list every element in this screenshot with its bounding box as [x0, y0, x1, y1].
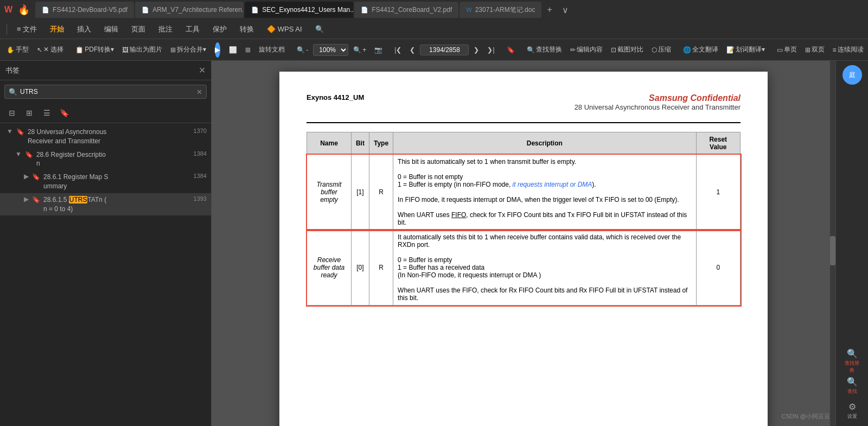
continuous-icon: ≡ [833, 46, 837, 54]
compress-button[interactable]: ⬡ 压缩 [648, 43, 674, 56]
full-translate-button[interactable]: 🌐 全文翻译 [680, 43, 722, 56]
find-replace-panel-icon: 🔍 [847, 348, 858, 359]
table-header-row: Name Bit Type Description Reset Value [307, 132, 741, 155]
last-page-button[interactable]: ❯| [484, 44, 497, 55]
export-icon: 🖼 [122, 46, 129, 54]
menu-comment[interactable]: 批注 [153, 22, 178, 36]
menu-protect[interactable]: 保护 [207, 22, 232, 36]
tab-fs4412-devboard[interactable]: 📄 FS4412-DevBoard-V5.pdf [35, 2, 134, 18]
tab-arm-notes[interactable]: W 23071-ARM笔记.doc [459, 2, 541, 18]
page-number: 1370 [194, 128, 207, 134]
pdf-viewer[interactable]: Exynos 4412_UM Samsung Confidential 28 U… [212, 61, 835, 426]
tab-sec-exynos[interactable]: 📄 SEC_Exynos4412_Users Man... ✕ [245, 2, 353, 18]
pdf-convert-button[interactable]: 📋 PDF转换▾ [72, 43, 117, 56]
bookmark-item-register-map[interactable]: ▶ 🔖 28.6.1 Register Map Summary 1384 [0, 170, 211, 193]
play-button[interactable]: ▶ [215, 42, 220, 58]
continuous-button[interactable]: ≡ 连续阅读 [829, 43, 867, 56]
settings-panel-label: 设置 [847, 413, 857, 420]
vertical-scrollbar[interactable] [830, 61, 835, 426]
select-tool-button[interactable]: ↖ ✕ 选择 [34, 43, 67, 56]
pdf-page-header-right: Samsung Confidential 28 Universal Asynch… [575, 93, 741, 111]
pdf-page: Exynos 4412_UM Samsung Confidential 28 U… [279, 72, 768, 426]
menu-wps-ai[interactable]: 🔶 WPS AI [261, 23, 307, 35]
edit-content-button[interactable]: ✏ 编辑内容 [567, 43, 606, 56]
toolbar: ✋ 手型 ↖ ✕ 选择 📋 PDF转换▾ 🖼 输出为图片 ⊞ 拆分合并▾ ▶ ⬜… [0, 39, 868, 61]
find-replace-panel-button[interactable]: 🔍 查找替换 [841, 350, 863, 372]
menu-page[interactable]: 页面 [126, 22, 151, 36]
col-reset-value: Reset Value [696, 132, 740, 155]
scroll-thumb[interactable] [830, 236, 835, 265]
menu-convert[interactable]: 转换 [234, 22, 259, 36]
rotate-doc-button[interactable]: 旋转文档 [256, 43, 288, 56]
cell-transmit-name: Transmitbuffer empty [307, 155, 352, 230]
search-panel-button[interactable]: 🔍 查找 [841, 375, 863, 397]
first-page-button[interactable]: |❮ [391, 44, 405, 55]
cell-transmit-desc: This bit is automatically set to 1 when … [393, 155, 696, 230]
hand-tool-button[interactable]: ✋ 手型 [3, 43, 32, 56]
wps-logo-fire[interactable]: 🔥 [18, 4, 30, 16]
single-page-button[interactable]: ▭ 单页 [774, 43, 800, 56]
bookmarks-panel-button[interactable]: 🔖 [503, 44, 518, 55]
tab-fs4412-coreboard[interactable]: 📄 FS4412_CoreBoard_V2.pdf [354, 2, 458, 18]
bookmark-search-input[interactable] [4, 85, 207, 99]
menu-home[interactable]: 开始 [44, 22, 69, 36]
menu-insert[interactable]: 插入 [72, 22, 97, 36]
screenshot-icon: 📷 [374, 46, 382, 54]
export-image-button[interactable]: 🖼 输出为图片 [119, 43, 165, 56]
tab-arm-v7[interactable]: 📄 ARM_V7_Architecture Referen... [135, 2, 244, 18]
zoom-select[interactable]: 100% [313, 44, 348, 56]
menu-edit[interactable]: 编辑 [99, 22, 124, 36]
table-wrapper: Name Bit Type Description Reset Value Tr… [307, 132, 741, 306]
settings-panel-icon: ⚙ [848, 402, 856, 412]
new-tab-button[interactable]: + [542, 5, 556, 15]
table-row-transmit-buffer: Transmitbuffer empty [1] R This bit is a… [307, 155, 741, 230]
avatar-label: 庭 [849, 71, 856, 80]
double-page-icon: ⊞ [805, 46, 810, 54]
expand-icon4: ▶ [24, 195, 29, 203]
cell-receive-bit: [0] [351, 230, 369, 306]
page-number-input[interactable] [420, 44, 469, 55]
pdf-convert-icon: 📋 [75, 46, 84, 54]
search-icon: 🔍 [9, 88, 17, 96]
zoom-in-button[interactable]: 🔍+ [350, 44, 369, 55]
edit-content-icon: ✏ [570, 46, 576, 54]
sidebar-title: 书签 [5, 66, 20, 75]
bookmark-item-register-desc[interactable]: ▼ 🔖 28.6 Register Description 1384 [0, 148, 211, 171]
settings-panel-button[interactable]: ⚙ 设置 [841, 400, 863, 422]
search-clear-icon[interactable]: ✕ [196, 88, 202, 96]
split-merge-button[interactable]: ⊞ 拆分合并▾ [167, 43, 209, 56]
expand-icon2: ▼ [15, 150, 22, 158]
main-layout: 书签 ✕ 🔍 ✕ ⊟ ⊞ ☰ 🔖 ▼ 🔖 28 Universal Asynch… [0, 61, 868, 426]
prev-page-button[interactable]: ❮ [406, 44, 418, 55]
col-bit: Bit [351, 132, 369, 155]
tab-dropdown-button[interactable]: ∨ [558, 5, 573, 15]
compress-icon: ⬡ [652, 46, 657, 54]
bookmark-item-utrstatn[interactable]: ▶ 🔖 28.6.1.5 UTRSTATn (n = 0 to 4) 1393 [0, 193, 211, 216]
menu-tools[interactable]: 工具 [180, 22, 205, 36]
menu-search-icon[interactable]: 🔍 [310, 23, 329, 35]
bookmark-icon: 🔖 [16, 128, 24, 136]
screenshot-button[interactable]: 📷 [371, 44, 386, 55]
word-translate-button[interactable]: 📝 划词翻译▾ [723, 43, 768, 56]
view-single-icon[interactable]: ⬜ [226, 44, 240, 55]
sidebar-close-button[interactable]: ✕ [199, 65, 206, 75]
zoom-in-icon: 🔍 [353, 46, 361, 54]
menu-file[interactable]: ≡ 文件 [11, 22, 42, 36]
view-double-icon[interactable]: ⊞ [242, 44, 254, 55]
bookmark-item-uart[interactable]: ▼ 🔖 28 Universal AsynchronousReceiver an… [0, 125, 211, 148]
bookmark-collapse-button[interactable]: ⊟ [4, 105, 20, 120]
next-page-button[interactable]: ❯ [470, 44, 482, 55]
double-page-button[interactable]: ⊞ 双页 [802, 43, 828, 56]
page-number3: 1384 [194, 173, 207, 179]
page-number4: 1393 [194, 195, 207, 202]
bookmark-label2: 28.6 Register Description [36, 150, 190, 169]
bookmark-expand-button[interactable]: ⊞ [22, 105, 37, 120]
find-replace-toolbar-button[interactable]: 🔍 查找替换 [524, 43, 565, 56]
screenshot-compare-button[interactable]: ⊡ 截图对比 [608, 43, 647, 56]
user-avatar[interactable]: 庭 [843, 65, 862, 85]
bookmark-list-button[interactable]: ☰ [39, 105, 54, 120]
bookmark-add-button[interactable]: 🔖 [56, 105, 72, 120]
zoom-out-button[interactable]: 🔍- [293, 44, 311, 55]
wps-logo-w[interactable]: W [4, 5, 12, 15]
register-table: Name Bit Type Description Reset Value Tr… [307, 132, 741, 306]
